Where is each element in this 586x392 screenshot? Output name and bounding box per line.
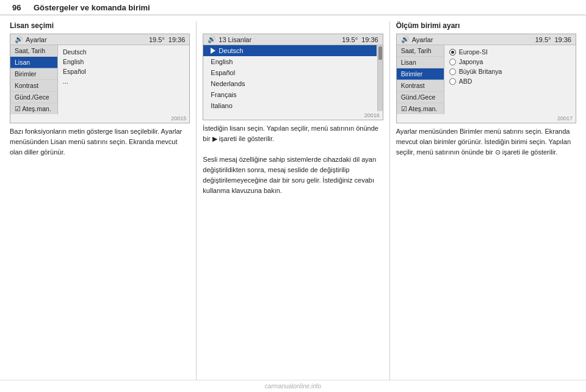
screen-title-2: 13 Lisanlar (219, 36, 251, 43)
menu3-lisan[interactable]: Lisan (397, 57, 444, 68)
screen-time-2: 19:36 (361, 36, 378, 43)
divider-2 (389, 21, 390, 383)
screen-temp-2: 19.5° (342, 36, 358, 43)
menu-item-birimler[interactable]: Birimler (10, 68, 57, 80)
speaker-icon-1: 🔊 (15, 35, 23, 43)
menu-item-gund[interactable]: Günd./Gece (10, 92, 57, 103)
menu-right-1: Deutsch English Español ... (58, 45, 189, 114)
section-heading-lisan: Lisan seçimi (10, 21, 190, 30)
list-item-espanol[interactable]: Español (203, 67, 376, 78)
screen-temp-1: 19.5° (149, 36, 165, 43)
sub-item-english[interactable]: English (61, 57, 186, 67)
screen-header-1: 🔊 Ayarlar 19.5° 19:36 (10, 34, 189, 45)
radio-empty-icon-1 (449, 59, 456, 65)
menu-item-saat[interactable]: Saat, Tarih (10, 45, 57, 57)
menu-item-lisan[interactable]: Lisan (10, 57, 57, 68)
screen-body-1: Saat, Tarih Lisan Birimler Kontrast Günd… (10, 45, 189, 114)
screen-box-2: 🔊 13 Lisanlar 19.5° 19:36 Deutsch Englis… (203, 34, 383, 120)
speaker-icon-3: 🔊 (401, 35, 410, 43)
list-item-english[interactable]: English (203, 56, 376, 67)
screen-time-3: 19:36 (554, 36, 571, 43)
scrollbar[interactable] (377, 45, 383, 111)
screen-temp-3: 19.5° (535, 36, 551, 43)
menu-item-ates[interactable]: ☑ Ateş.man. (10, 103, 57, 114)
list-item-nederlands[interactable]: Nederlands (203, 78, 376, 89)
screen-title-1: Ayarlar (26, 36, 47, 43)
bottom-bar: carmanualonline.info (0, 380, 586, 392)
description-2: İstediğin lisanı seçin. Yapılan seçilir,… (203, 123, 383, 196)
radio-filled-icon (449, 49, 456, 56)
section-heading-olcum: Ölçüm birimi ayarı (396, 21, 576, 30)
screen-body-3: Saat, Tarih Lisan Birimler Kontrast Günd… (397, 45, 576, 114)
section-olcum: Ölçüm birimi ayarı 🔊 Ayarlar 19.5° 19:36 (391, 21, 581, 383)
divider-1 (196, 21, 197, 383)
section-lisanlar: 🔊 13 Lisanlar 19.5° 19:36 Deutsch Englis… (198, 21, 388, 383)
radio-empty-icon-2 (449, 68, 456, 75)
menu3-gund[interactable]: Günd./Gece (397, 92, 444, 103)
page-header: 96 Göstergeler ve komanda birimi (0, 0, 586, 15)
sub-item-espanol[interactable]: Español (61, 67, 186, 76)
radio-item-europe[interactable]: Europe-SI (447, 47, 573, 57)
radio-empty-icon-3 (449, 78, 456, 85)
radio-menu-3: Europe-SI Japonya Büyük Britanya AB (444, 45, 576, 114)
page-container: 96 Göstergeler ve komanda birimi Lisan s… (0, 0, 586, 392)
menu3-birimler[interactable]: Birimler (397, 68, 444, 80)
radio-item-abd[interactable]: ABD (447, 76, 573, 86)
list-item-italiano[interactable]: Italiano (203, 100, 376, 111)
page-number: 96 (12, 3, 34, 12)
list-item-francais[interactable]: Français (203, 89, 376, 100)
menu-left-3: Saat, Tarih Lisan Birimler Kontrast Günd… (397, 45, 444, 114)
list-item-deutsch[interactable]: Deutsch (203, 45, 376, 56)
list-body-2: Deutsch English Español Nederlands Franç… (203, 45, 382, 111)
sub-item-dots: ... (61, 76, 186, 86)
screen-box-3: 🔊 Ayarlar 19.5° 19:36 Saat, Tarih Lisan … (396, 34, 576, 123)
main-content: Lisan seçimi 🔊 Ayarlar 19.5° 19:36 (0, 15, 586, 383)
play-arrow-icon (211, 48, 215, 54)
section-lisan: Lisan seçimi 🔊 Ayarlar 19.5° 19:36 (5, 21, 195, 383)
image-number-3: 20017 (397, 114, 576, 123)
website-text: carmanualonline.info (265, 383, 321, 390)
radio-item-britanya[interactable]: Büyük Britanya (447, 67, 573, 76)
description-3: Ayarlar menüsünden Birimler menü satırın… (396, 126, 576, 158)
menu3-ates[interactable]: ☑ Ateş.man. (397, 103, 444, 114)
scroll-thumb (378, 46, 382, 60)
page-title: Göstergeler ve komanda birimi (34, 3, 150, 12)
menu3-saat[interactable]: Saat, Tarih (397, 45, 444, 57)
screen-header-2: 🔊 13 Lisanlar 19.5° 19:36 (203, 34, 382, 45)
speaker-icon-2: 🔊 (208, 35, 216, 43)
screen-header-3: 🔊 Ayarlar 19.5° 19:36 (397, 34, 576, 45)
image-number-1: 20015 (10, 114, 189, 123)
menu-item-kontrast[interactable]: Kontrast (10, 80, 57, 92)
description-1: Bazı fonksiyonların metin gösterge lisan… (10, 126, 190, 158)
sub-item-deutsch[interactable]: Deutsch (61, 47, 186, 57)
screen-title-3: Ayarlar (412, 36, 433, 43)
screen-box-1: 🔊 Ayarlar 19.5° 19:36 Saat, Tarih Lisan … (10, 34, 190, 123)
menu-left-1: Saat, Tarih Lisan Birimler Kontrast Günd… (10, 45, 58, 114)
screen-time-1: 19:36 (168, 36, 186, 43)
radio-item-japonya[interactable]: Japonya (447, 57, 573, 67)
menu3-kontrast[interactable]: Kontrast (397, 80, 444, 92)
image-number-2: 20016 (203, 111, 382, 120)
